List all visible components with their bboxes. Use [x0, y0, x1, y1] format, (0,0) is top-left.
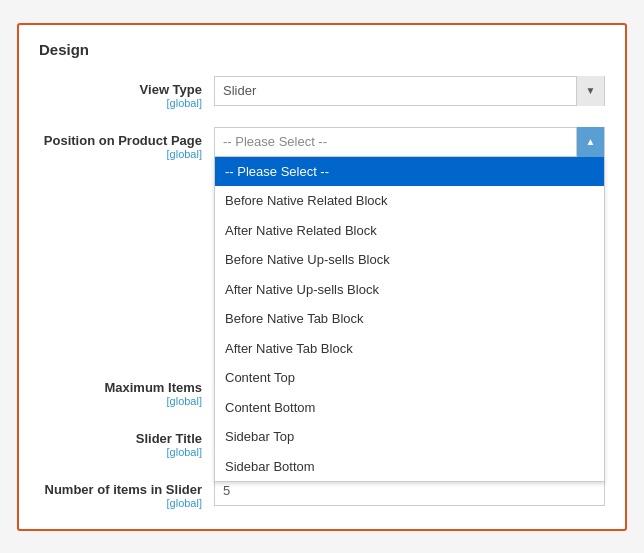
dropdown-item-1[interactable]: Before Native Related Block — [215, 186, 604, 216]
arrow-down-icon: ▼ — [586, 85, 596, 96]
dropdown-item-4[interactable]: After Native Up-sells Block — [215, 275, 604, 305]
arrow-up-icon: ▲ — [586, 136, 596, 147]
num-items-sub: [global] — [39, 497, 202, 509]
panel-title: Design — [39, 41, 605, 58]
max-items-sub: [global] — [39, 395, 202, 407]
design-panel: Design View Type [global] Slider ▼ Posit… — [17, 23, 627, 531]
view-type-arrow[interactable]: ▼ — [576, 76, 604, 106]
num-items-label: Number of items in Slider — [39, 482, 202, 497]
view-type-row: View Type [global] Slider ▼ — [39, 76, 605, 109]
view-type-value: Slider — [223, 83, 256, 98]
position-dropdown: -- Please Select -- Before Native Relate… — [214, 157, 605, 483]
dropdown-item-0[interactable]: -- Please Select -- — [215, 157, 604, 187]
position-placeholder: -- Please Select -- — [223, 134, 327, 149]
max-items-label: Maximum Items — [39, 380, 202, 395]
dropdown-item-3[interactable]: Before Native Up-sells Block — [215, 245, 604, 275]
view-type-label: View Type — [39, 82, 202, 97]
position-sub: [global] — [39, 148, 202, 160]
position-row: Position on Product Page [global] -- Ple… — [39, 127, 605, 160]
view-type-select[interactable]: Slider ▼ — [214, 76, 605, 106]
dropdown-item-2[interactable]: After Native Related Block — [215, 216, 604, 246]
position-label: Position on Product Page — [39, 133, 202, 148]
view-type-sub: [global] — [39, 97, 202, 109]
dropdown-item-9[interactable]: Sidebar Top — [215, 422, 604, 452]
slider-title-sub: [global] — [39, 446, 202, 458]
position-arrow[interactable]: ▲ — [576, 127, 604, 157]
dropdown-item-6[interactable]: After Native Tab Block — [215, 334, 604, 364]
slider-title-label: Slider Title — [39, 431, 202, 446]
dropdown-item-10[interactable]: Sidebar Bottom — [215, 452, 604, 482]
dropdown-item-5[interactable]: Before Native Tab Block — [215, 304, 604, 334]
position-select[interactable]: -- Please Select -- ▲ — [214, 127, 605, 157]
dropdown-item-8[interactable]: Content Bottom — [215, 393, 604, 423]
dropdown-item-7[interactable]: Content Top — [215, 363, 604, 393]
